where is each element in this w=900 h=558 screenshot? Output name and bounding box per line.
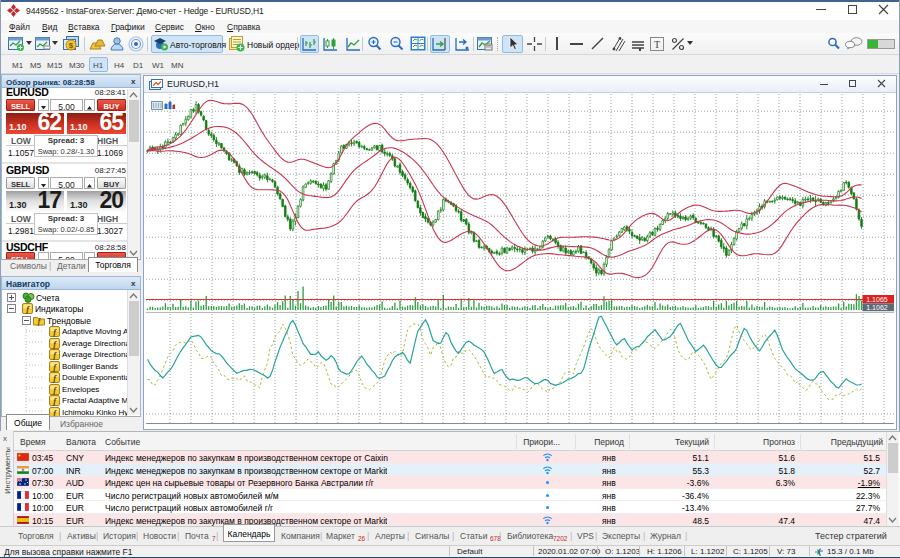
svg-text:1.1065: 1.1065 [866, 296, 888, 303]
svg-text:1.1062: 1.1062 [866, 304, 888, 311]
